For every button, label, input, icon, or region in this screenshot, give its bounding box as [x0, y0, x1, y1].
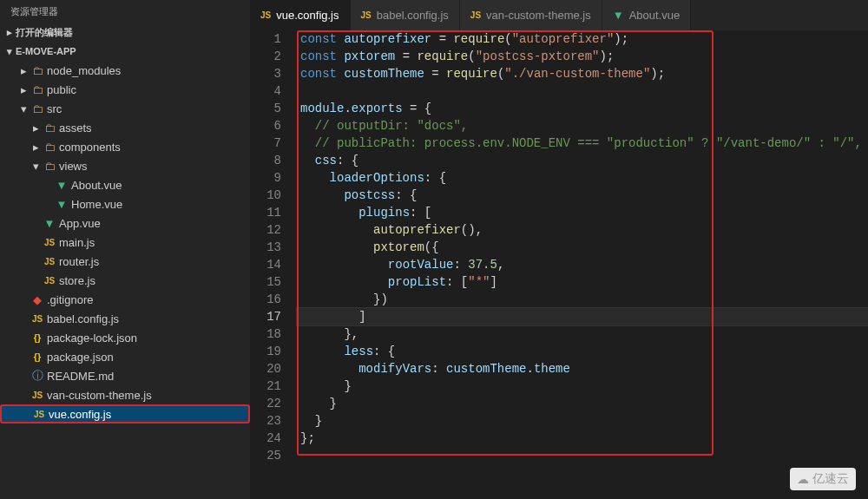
code-line[interactable]: rootValue: 37.5,: [297, 256, 868, 273]
tree-item-label: views: [59, 160, 88, 173]
open-editors-section[interactable]: ▸ 打开的编辑器: [0, 23, 250, 42]
code-line[interactable]: }: [297, 412, 868, 430]
tree-item-label: van-custom-theme.js: [47, 389, 152, 402]
file-item[interactable]: ▼App.vue: [0, 213, 250, 233]
file-item[interactable]: JSstore.js: [0, 271, 250, 290]
code-line[interactable]: }): [297, 291, 868, 308]
line-number: 4: [250, 82, 281, 100]
line-number: 6: [250, 117, 281, 135]
code-line[interactable]: less: {: [297, 343, 868, 360]
code-line[interactable]: }: [297, 395, 868, 412]
file-item[interactable]: ▼About.vue: [0, 175, 250, 194]
code-line[interactable]: [297, 447, 868, 464]
line-number: 25: [250, 447, 281, 464]
code-content[interactable]: const autoprefixer = require("autoprefix…: [293, 30, 868, 499]
code-line[interactable]: }: [297, 378, 868, 395]
tree-item-label: store.js: [59, 274, 95, 287]
tree-item-label: node_modules: [47, 64, 121, 77]
folder-item[interactable]: ▾🗀views: [0, 156, 250, 175]
tab-label: babel.config.js: [377, 9, 449, 22]
tree-item-label: assets: [59, 121, 92, 135]
folder-item[interactable]: ▸🗀assets: [0, 118, 250, 137]
code-line[interactable]: ]: [297, 308, 868, 325]
folder-item[interactable]: ▾🗀src: [0, 99, 250, 118]
tree-item-label: components: [59, 141, 121, 154]
file-item[interactable]: {}package.json: [0, 347, 250, 366]
code-line[interactable]: autoprefixer(),: [297, 221, 868, 239]
folder-item[interactable]: ▸🗀public: [0, 80, 250, 99]
code-line[interactable]: [297, 82, 868, 100]
code-line[interactable]: postcss: {: [297, 187, 868, 204]
code-line[interactable]: propList: ["*"]: [297, 273, 868, 291]
chevron-icon: ▸: [30, 141, 42, 154]
line-number: 5: [250, 100, 281, 117]
code-line[interactable]: // outputDir: "docs",: [297, 117, 868, 135]
explorer-title: 资源管理器: [0, 0, 250, 23]
line-number: 16: [250, 291, 281, 308]
tree-item-label: package.json: [47, 351, 114, 364]
tree-item-label: src: [47, 102, 62, 115]
file-tree: ▸🗀node_modules▸🗀public▾🗀src▸🗀assets▸🗀com…: [0, 61, 250, 499]
file-item[interactable]: ▼Home.vue: [0, 194, 250, 213]
line-number: 24: [250, 430, 281, 447]
file-item[interactable]: JSmain.js: [0, 233, 250, 252]
watermark: ☁ 亿速云: [790, 468, 856, 490]
line-number: 17: [250, 308, 281, 325]
code-line[interactable]: },: [297, 325, 868, 343]
tree-item-label: About.vue: [71, 179, 122, 192]
code-line[interactable]: pxtorem({: [297, 239, 868, 256]
line-number: 10: [250, 187, 281, 204]
line-number: 23: [250, 412, 281, 430]
code-line[interactable]: const customTheme = require("./van-custo…: [297, 65, 868, 82]
tree-item-label: App.vue: [59, 217, 101, 230]
file-item[interactable]: ⓘREADME.md: [0, 366, 250, 385]
line-number: 11: [250, 204, 281, 221]
code-line[interactable]: const pxtorem = require("postcss-pxtorem…: [297, 48, 868, 65]
tree-item-label: package-lock.json: [47, 332, 137, 345]
editor-tab[interactable]: JSvan-custom-theme.js: [460, 0, 602, 30]
code-line[interactable]: const autoprefixer = require("autoprefix…: [297, 30, 868, 48]
file-item[interactable]: JSvue.config.js: [0, 404, 250, 423]
editor-tab[interactable]: JSbabel.config.js: [351, 0, 460, 30]
tab-label: About.vue: [629, 9, 681, 22]
line-number: 22: [250, 395, 281, 412]
line-number: 14: [250, 256, 281, 273]
chevron-icon: ▸: [30, 121, 42, 135]
tree-item-label: .gitignore: [47, 293, 93, 306]
file-item[interactable]: ◆.gitignore: [0, 290, 250, 309]
open-editors-label: 打开的编辑器: [16, 26, 73, 39]
tree-item-label: main.js: [59, 236, 95, 249]
tree-item-label: router.js: [59, 255, 99, 268]
file-item[interactable]: JSrouter.js: [0, 252, 250, 271]
code-line[interactable]: module.exports = {: [297, 100, 868, 117]
chevron-icon: ▸: [17, 83, 30, 96]
cloud-icon: ☁: [797, 472, 809, 486]
project-label: E-MOVE-APP: [16, 46, 76, 56]
line-number: 1: [250, 30, 281, 48]
code-line[interactable]: };: [297, 430, 868, 447]
code-line[interactable]: loaderOptions: {: [297, 169, 868, 187]
folder-item[interactable]: ▸🗀node_modules: [0, 61, 250, 80]
file-item[interactable]: {}package-lock.json: [0, 328, 250, 347]
tree-item-label: vue.config.js: [49, 408, 111, 421]
line-number: 21: [250, 378, 281, 395]
code-line[interactable]: modifyVars: customTheme.theme: [297, 360, 868, 378]
project-section[interactable]: ▾ E-MOVE-APP: [0, 42, 250, 61]
chevron-icon: ▾: [17, 102, 30, 115]
editor-tab[interactable]: JSvue.config.js: [250, 0, 351, 30]
tree-item-label: Home.vue: [71, 198, 122, 211]
file-item[interactable]: JSbabel.config.js: [0, 309, 250, 328]
editor-tab[interactable]: ▼About.vue: [602, 0, 691, 30]
code-line[interactable]: plugins: [: [297, 204, 868, 221]
chevron-icon: ▾: [30, 160, 42, 173]
code-line[interactable]: css: {: [297, 152, 868, 169]
chevron-down-icon: ▾: [3, 46, 16, 57]
line-number: 15: [250, 273, 281, 291]
file-item[interactable]: JSvan-custom-theme.js: [0, 385, 250, 404]
tab-label: van-custom-theme.js: [486, 9, 591, 22]
folder-item[interactable]: ▸🗀components: [0, 137, 250, 156]
tab-label: vue.config.js: [276, 9, 339, 22]
tree-item-label: public: [47, 83, 76, 96]
code-line[interactable]: // publicPath: process.env.NODE_ENV === …: [297, 135, 868, 152]
line-number: 2: [250, 48, 281, 65]
